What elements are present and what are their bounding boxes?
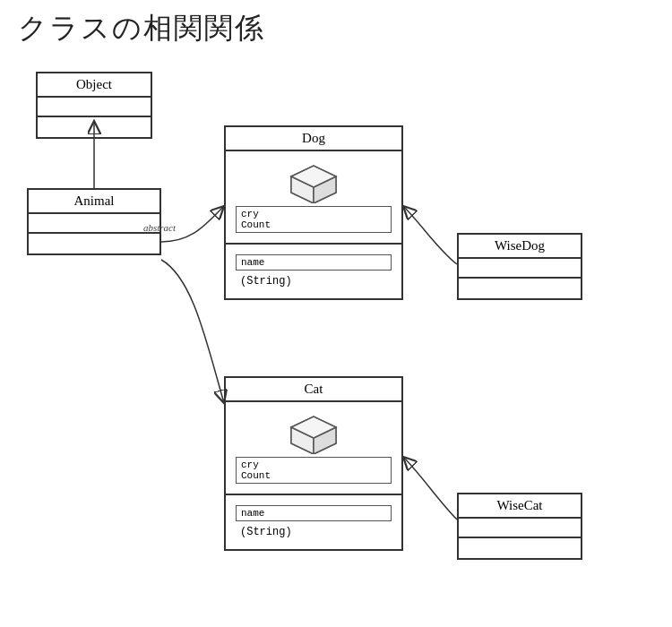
class-wisecat-section1 <box>459 519 581 538</box>
wisecat-to-cat-arrow <box>403 457 457 520</box>
class-wisecat-section2 <box>459 538 581 558</box>
page-title: クラスの相関関係 <box>18 9 265 48</box>
class-object-section1 <box>38 98 151 117</box>
cat-cry-count-icon <box>282 409 345 454</box>
dog-name-field: name <box>236 254 392 271</box>
class-wisecat-header: WiseCat <box>459 494 581 519</box>
class-animal-section2 <box>29 234 159 253</box>
class-cat-attributes: cryCount <box>226 402 401 495</box>
class-wisecat: WiseCat <box>457 493 582 560</box>
class-cat-header: Cat <box>226 378 401 402</box>
class-animal-header: Animal <box>29 190 159 214</box>
class-animal: Animal <box>27 188 161 255</box>
cat-string-type: (String) <box>233 524 394 540</box>
class-cat-methods: name (String) <box>226 495 401 549</box>
class-dog-header: Dog <box>226 127 401 151</box>
class-object-header: Object <box>38 73 151 98</box>
class-cat: Cat cryCount name (String) <box>224 376 403 551</box>
cat-cry-count-label: cryCount <box>236 457 392 484</box>
class-object: Object <box>36 72 152 139</box>
animal-to-cat-arrow <box>161 260 224 403</box>
dog-cry-count-label: cryCount <box>236 206 392 233</box>
abstract-label: abstract <box>143 222 176 233</box>
class-dog: Dog cryCount name (String) <box>224 125 403 300</box>
class-animal-section1 <box>29 214 159 234</box>
class-dog-attributes: cryCount <box>226 151 401 245</box>
dog-string-type: (String) <box>233 273 394 289</box>
cat-name-field: name <box>236 505 392 521</box>
class-object-section2 <box>38 117 151 137</box>
dog-cry-count-icon <box>282 159 345 203</box>
class-dog-methods: name (String) <box>226 245 401 298</box>
class-wisedog-section2 <box>459 279 581 298</box>
class-wisedog: WiseDog <box>457 233 582 300</box>
class-wisedog-section1 <box>459 259 581 279</box>
wisedog-to-dog-arrow <box>403 206 457 264</box>
class-wisedog-header: WiseDog <box>459 235 581 259</box>
